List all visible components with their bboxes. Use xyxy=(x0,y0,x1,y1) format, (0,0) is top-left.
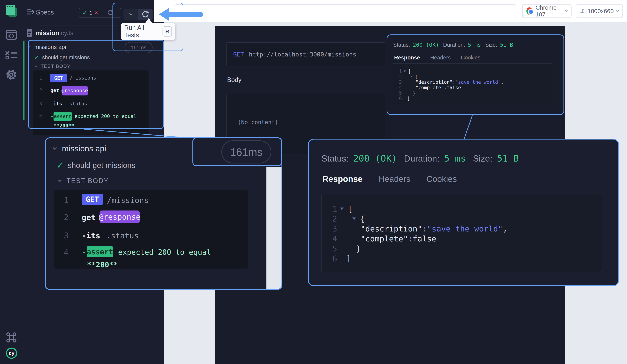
spec-file-icon xyxy=(26,29,33,37)
collapse-marker-icon[interactable] xyxy=(340,208,344,210)
spec-file-ext: .cy.ts xyxy=(59,29,73,37)
failed-x-icon: × xyxy=(95,10,98,16)
pending-circle-icon xyxy=(107,10,113,16)
assert-badge: assert xyxy=(87,246,113,257)
passed-check-icon: ✓ xyxy=(83,10,87,16)
callout-response-outline xyxy=(387,35,564,115)
panel-divider xyxy=(49,275,267,275)
chrome-icon xyxy=(526,7,532,15)
active-spec-indicator xyxy=(23,42,24,120)
sidebar-item-settings[interactable] xyxy=(5,69,18,81)
browser-code-icon xyxy=(5,29,18,41)
tab-headers[interactable]: Headers xyxy=(379,174,410,184)
keyboard-shortcuts-button[interactable] xyxy=(5,332,17,343)
collapse-marker-icon[interactable] xyxy=(352,218,356,220)
ruler-icon xyxy=(580,7,584,14)
viewport-select[interactable]: 1000x660 xyxy=(576,4,623,18)
browser-select-label: Chrome 107 xyxy=(535,4,562,18)
chevron-down-icon xyxy=(565,9,568,12)
specs-panel-title: Specs xyxy=(36,9,54,16)
magnified-duration-callout: 161ms xyxy=(192,137,282,166)
command-icon xyxy=(6,332,17,343)
failed-count: -- xyxy=(101,10,105,16)
callout-tree-outline xyxy=(28,40,164,129)
json-line: 5 } xyxy=(322,244,602,254)
passed-count: 1 xyxy=(89,10,92,16)
request-url-box: GET http://localhost:3000/missions xyxy=(226,42,385,66)
chevron-down-icon xyxy=(58,178,62,182)
sidebar-item-specs[interactable] xyxy=(5,29,18,41)
get-method-badge: GET xyxy=(82,194,103,205)
test-passed-check-icon: ✓ xyxy=(56,161,63,170)
response-tabs: Response Headers Cookies xyxy=(322,174,457,184)
run-all-tests-tooltip: Run All Tests R xyxy=(121,23,175,40)
response-json-viewer: 1 [ 2 { 3 "description" : "save the worl… xyxy=(321,194,602,272)
page-background-sliver xyxy=(266,167,282,290)
json-line: 1 [ xyxy=(322,204,602,214)
json-line: 4 "complete" : false xyxy=(322,234,602,244)
suite-row[interactable]: missions api xyxy=(53,144,106,153)
sidebar-item-runs[interactable] xyxy=(5,49,18,60)
specs-list-icon xyxy=(27,8,35,16)
keyboard-key-badge: R xyxy=(162,26,172,37)
test-row[interactable]: ✓ should get missions xyxy=(56,161,135,170)
request-url: http://localhost:3000/missions xyxy=(249,51,356,58)
json-line: 6 ] xyxy=(322,254,602,264)
tooltip-caret xyxy=(145,18,153,23)
command-log: 1 GET /missions 2 get @response 3 -its .… xyxy=(54,190,248,269)
chevron-down-icon xyxy=(53,146,57,150)
test-body-section-row[interactable]: TEST BODY xyxy=(59,177,109,185)
test-list-icon xyxy=(5,49,18,60)
json-line: 3 "description" : "save the world" , xyxy=(322,224,602,234)
spec-file-name: mission xyxy=(35,29,59,37)
tab-cookies[interactable]: Cookies xyxy=(426,174,457,184)
cypress-windows-icon xyxy=(5,5,17,18)
cypress-app-logo[interactable] xyxy=(5,4,18,19)
cypress-cy-logo[interactable]: cy xyxy=(6,348,17,359)
rail-divider xyxy=(2,22,21,22)
settings-gear-icon xyxy=(5,69,17,81)
body-section-label: Body xyxy=(227,76,241,84)
tooltip-label: Run All Tests xyxy=(124,24,159,39)
chevron-down-icon xyxy=(616,9,619,12)
viewport-select-label: 1000x660 xyxy=(588,8,614,14)
browser-select[interactable]: Chrome 107 xyxy=(522,4,572,18)
magnified-response-callout: Status: 200 (OK) Duration: 5 ms Size: 51… xyxy=(308,139,619,286)
json-line: 2 { xyxy=(322,214,602,224)
no-content-text: (No content) xyxy=(238,119,278,126)
request-method: GET xyxy=(233,51,244,58)
suite-duration-badge: 161ms xyxy=(221,140,271,163)
url-input[interactable] xyxy=(175,4,516,18)
tab-response[interactable]: Response xyxy=(322,174,363,184)
response-alias-badge: @response xyxy=(100,211,140,223)
response-status-line: Status: 200 (OK) Duration: 5 ms Size: 51… xyxy=(321,153,519,164)
